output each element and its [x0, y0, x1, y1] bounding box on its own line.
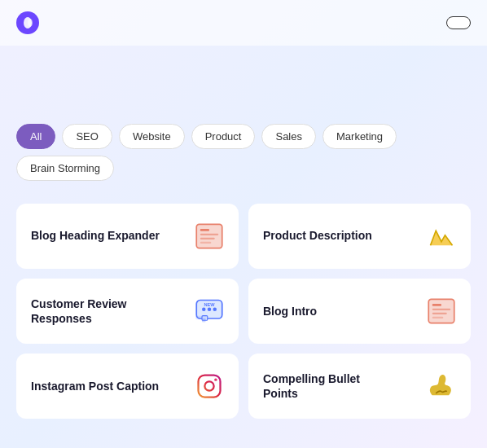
- page-headline: [16, 70, 471, 101]
- filter-pill-sales[interactable]: Sales: [261, 124, 316, 149]
- card-blog-intro[interactable]: Blog Intro: [248, 279, 471, 344]
- svg-rect-3: [200, 229, 209, 231]
- svg-point-8: [202, 307, 206, 311]
- card-title-blog-heading: Blog Heading Expander: [31, 228, 160, 243]
- svg-rect-19: [432, 316, 444, 318]
- filter-pill-website[interactable]: Website: [119, 124, 185, 149]
- filter-pills: AllSEOWebsiteProductSalesMarketingBrain …: [16, 124, 471, 181]
- svg-rect-16: [432, 304, 441, 306]
- svg-rect-15: [428, 299, 454, 323]
- product-desc-icon: [427, 222, 456, 251]
- filter-pill-all[interactable]: All: [16, 124, 55, 149]
- svg-rect-18: [432, 312, 447, 314]
- svg-point-21: [204, 381, 213, 390]
- show-teams-button[interactable]: [446, 16, 471, 29]
- card-title-bullet-points: Compelling Bullet Points: [263, 371, 393, 401]
- svg-rect-2: [196, 224, 222, 248]
- card-title-product-desc: Product Description: [263, 228, 372, 243]
- svg-point-1: [28, 19, 33, 27]
- svg-rect-5: [200, 237, 215, 239]
- blog-heading-icon: [195, 222, 224, 251]
- header: [0, 0, 487, 46]
- svg-rect-20: [199, 376, 221, 397]
- svg-rect-6: [200, 241, 212, 243]
- filter-pill-seo[interactable]: SEO: [62, 124, 112, 149]
- card-instagram[interactable]: Instagram Post Caption: [16, 354, 239, 419]
- cards-grid: Blog Heading Expander Product Descriptio…: [16, 204, 471, 419]
- card-blog-heading[interactable]: Blog Heading Expander: [16, 204, 239, 269]
- customer-review-icon: NEW: [195, 296, 224, 326]
- filter-pill-product[interactable]: Product: [191, 124, 256, 149]
- svg-rect-13: [195, 315, 207, 319]
- svg-point-9: [208, 307, 212, 311]
- card-customer-review[interactable]: Customer Review Responses NEW: [16, 279, 239, 344]
- blog-intro-icon: [427, 296, 456, 326]
- main-content: AllSEOWebsiteProductSalesMarketingBrain …: [0, 46, 487, 435]
- card-title-blog-intro: Blog Intro: [263, 304, 317, 318]
- card-bullet-points[interactable]: Compelling Bullet Points: [248, 354, 471, 419]
- svg-text:NEW: NEW: [204, 302, 215, 307]
- svg-point-22: [214, 379, 217, 381]
- svg-rect-4: [200, 233, 219, 235]
- svg-rect-17: [432, 308, 451, 310]
- logo-icon: [16, 11, 39, 34]
- svg-point-10: [213, 307, 217, 311]
- logo-area: [16, 11, 46, 34]
- instagram-icon: [195, 371, 224, 401]
- card-title-customer-review: Customer Review Responses: [31, 296, 161, 326]
- card-product-desc[interactable]: Product Description: [248, 204, 471, 269]
- filter-pill-marketing[interactable]: Marketing: [322, 124, 397, 149]
- card-title-instagram: Instagram Post Caption: [31, 379, 159, 393]
- filter-pill-brainstorming[interactable]: Brain Storming: [16, 156, 114, 181]
- bullet-points-icon: [427, 371, 456, 401]
